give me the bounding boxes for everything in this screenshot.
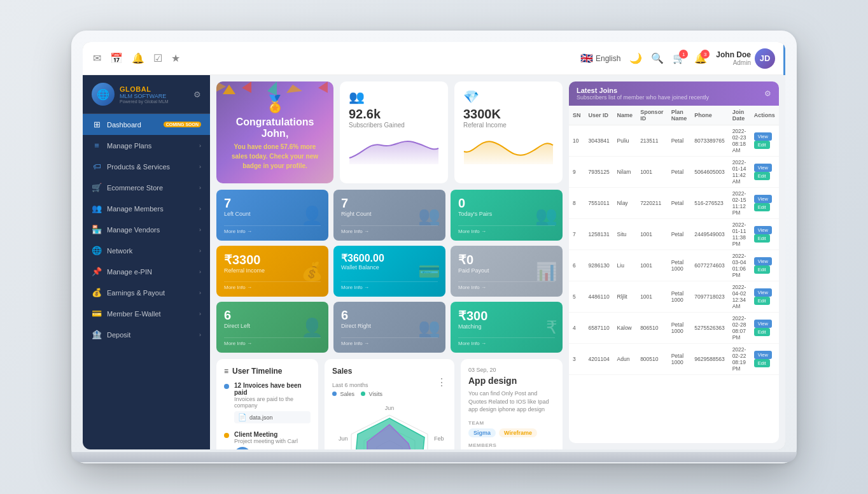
- ecommerce-icon: 🛒: [92, 183, 102, 192]
- check-icon[interactable]: ☑: [153, 52, 162, 64]
- search-icon[interactable]: 🔍: [651, 52, 664, 64]
- edit-button[interactable]: Edit: [754, 141, 770, 149]
- edit-button[interactable]: Edit: [754, 359, 770, 367]
- cell-date: 2022-02-23 08:18 AM: [729, 125, 750, 157]
- cell-userid: 3043841: [585, 125, 613, 157]
- mail-icon[interactable]: ✉: [93, 52, 101, 64]
- notification-icon[interactable]: 🔔: [132, 52, 144, 64]
- metric-right-count: 7 Right Count More Info → 👥: [333, 190, 445, 241]
- cell-name: Nlay: [613, 188, 637, 219]
- cell-sponsor: 1001: [636, 157, 668, 188]
- metric-value: ₹300: [458, 308, 555, 323]
- latest-joins-subtitle: Subscribers list of member who have join…: [577, 94, 709, 101]
- metric-more[interactable]: More Info →: [224, 281, 321, 290]
- sidebar-item-ecommerce[interactable]: 🛒 Ecommerce Store ›: [83, 177, 210, 198]
- metric-more[interactable]: More Info →: [458, 337, 555, 346]
- view-button[interactable]: View: [754, 351, 772, 359]
- metric-more[interactable]: More Info →: [458, 225, 555, 234]
- sidebar-item-manage-plans[interactable]: ≡ Manage Plans ›: [83, 135, 210, 156]
- timeline-title: ≡ User Timeline: [224, 367, 311, 376]
- sidebar-item-label: Earnings & Payout: [107, 289, 199, 297]
- sidebar-item-products[interactable]: 🏷 Products & Services ›: [83, 156, 210, 177]
- cell-name: Situ: [613, 219, 637, 250]
- cell-date: 2022-02-28 08:07 PM: [729, 313, 750, 344]
- view-button[interactable]: View: [754, 132, 772, 141]
- cart-icon[interactable]: 🛒 1: [673, 52, 685, 64]
- team-label: TEAM: [468, 420, 555, 426]
- card-title: App design: [468, 376, 555, 386]
- sidebar-item-ewallet[interactable]: 💳 Member E-Wallet ›: [83, 303, 210, 324]
- view-button[interactable]: View: [754, 195, 772, 203]
- svg-text:Jun: Jun: [385, 405, 395, 411]
- star-icon[interactable]: ★: [171, 52, 180, 64]
- cell-name: Nilam: [613, 157, 637, 188]
- metric-todays-pairs: 0 Today's Pairs More Info → 👥: [451, 190, 563, 241]
- language-selector[interactable]: 🇬🇧 English: [580, 52, 620, 64]
- subscribers-value: 92.6k: [349, 107, 439, 122]
- cell-plan: Petal: [668, 157, 691, 188]
- cell-actions: View Edit: [750, 188, 779, 219]
- view-button[interactable]: View: [754, 164, 772, 172]
- sidebar-item-vendors[interactable]: 🏪 Manage Vendors ›: [83, 219, 210, 240]
- edit-button[interactable]: Edit: [754, 234, 770, 243]
- timeline-event-1: 12 Invoices have been paid Invoices are …: [224, 382, 311, 423]
- sidebar-item-dashboard[interactable]: ⊞ Dashboard COMING SOON: [83, 114, 210, 135]
- sidebar-item-network[interactable]: 🌐 Network ›: [83, 240, 210, 261]
- table-row: 5 4486110 Rljlit 1001 Petal 1000 7097718…: [569, 281, 779, 313]
- svg-marker-4: [318, 81, 328, 93]
- latest-joins-title-group: Latest Joins Subscribers list of member …: [577, 87, 709, 101]
- metric-bg-icon: 📊: [535, 261, 557, 282]
- cell-plan: Petal: [668, 125, 691, 157]
- edit-button[interactable]: Edit: [754, 328, 770, 336]
- metric-label: Matching: [458, 323, 555, 330]
- congrats-subtitle: You have done 57.6% more sales today. Ch…: [229, 142, 321, 171]
- settings-icon[interactable]: ⚙: [764, 89, 771, 98]
- table-row: 9 7935125 Nilam 1001 Petal 5064605003 20…: [569, 157, 779, 188]
- view-button[interactable]: View: [754, 320, 772, 328]
- sidebar-item-earnings[interactable]: 💰 Earnings & Payout ›: [83, 282, 210, 303]
- edit-button[interactable]: Edit: [754, 297, 770, 305]
- sidebar-item-epin[interactable]: 📌 Manage e-PIN ›: [83, 261, 210, 282]
- cell-sn: 8: [569, 188, 585, 219]
- metric-more[interactable]: More Info →: [458, 281, 555, 290]
- cell-sponsor: 213511: [636, 125, 668, 157]
- metric-more[interactable]: More Info →: [341, 225, 438, 234]
- metric-more[interactable]: More Info →: [224, 337, 321, 346]
- cell-name: Rljlit: [613, 281, 637, 313]
- svg-marker-1: [242, 81, 251, 93]
- sidebar-item-deposit[interactable]: 🏦 Deposit ›: [83, 324, 210, 345]
- view-button[interactable]: View: [754, 226, 772, 234]
- sales-subtitle: Last 6 months: [332, 382, 382, 388]
- tag-wireframe: Wireframe: [499, 428, 537, 437]
- edit-button[interactable]: Edit: [754, 172, 770, 180]
- table-container: SN User ID Name Sponsor ID Plan Name Pho…: [569, 106, 779, 375]
- sidebar-item-members[interactable]: 👥 Manage Members ›: [83, 198, 210, 219]
- calendar-icon[interactable]: 📅: [110, 52, 123, 64]
- deposit-icon: 🏦: [92, 330, 102, 339]
- metric-more[interactable]: More Info →: [341, 337, 438, 346]
- cell-plan: Petal 1000: [668, 250, 691, 281]
- cell-userid: 4486110: [585, 281, 613, 313]
- cell-userid: 7935125: [585, 157, 613, 188]
- cell-sn: 10: [569, 125, 585, 157]
- sidebar-item-label: Manage Plans: [107, 142, 199, 150]
- dark-mode-toggle[interactable]: 🌙: [629, 52, 642, 64]
- user-avatar: JD: [755, 48, 775, 69]
- bell-icon[interactable]: 🔔 3: [694, 52, 707, 64]
- metric-more[interactable]: More Info →: [341, 281, 438, 290]
- edit-button[interactable]: Edit: [754, 265, 770, 274]
- metric-bg-icon: 👥: [418, 205, 440, 226]
- view-button[interactable]: View: [754, 257, 772, 265]
- cell-date: 2022-01-11 11:38 PM: [729, 219, 750, 250]
- chevron-icon: ›: [199, 185, 201, 191]
- ewallet-icon: 💳: [92, 309, 102, 318]
- sales-title-group: Sales Last 6 months Sales: [332, 367, 382, 397]
- cell-actions: View Edit: [750, 125, 779, 157]
- edit-button[interactable]: Edit: [754, 203, 770, 211]
- logo-settings-icon[interactable]: ⚙: [193, 90, 201, 99]
- cell-sn: 4: [569, 313, 585, 344]
- more-options-icon[interactable]: ⋮: [437, 376, 447, 388]
- view-button[interactable]: View: [754, 288, 772, 297]
- user-profile[interactable]: John Doe Admin JD: [716, 48, 775, 69]
- metric-more[interactable]: More Info →: [224, 225, 321, 234]
